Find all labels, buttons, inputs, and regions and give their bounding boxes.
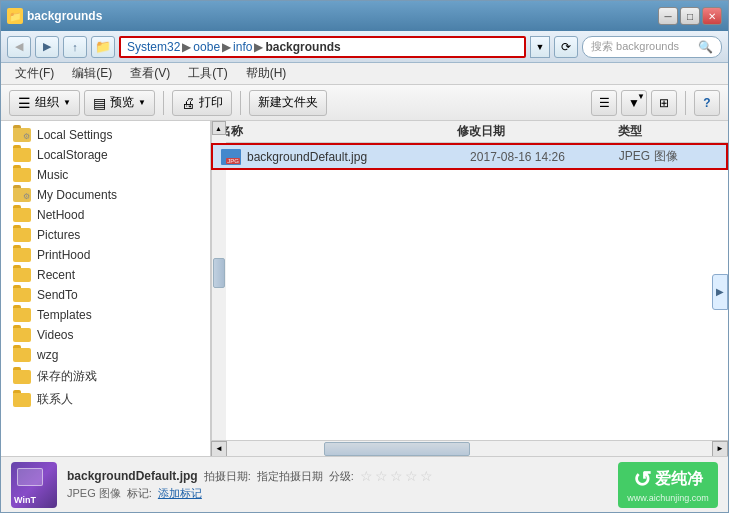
- sidebar-wrapper: Local Settings LocalStorage Music: [1, 121, 211, 456]
- folder-icon-recent: [13, 268, 31, 282]
- star-1[interactable]: ☆: [360, 468, 373, 484]
- refresh-button[interactable]: ⟳: [554, 36, 578, 58]
- organize-icon: ☰: [18, 95, 31, 111]
- col-header-date[interactable]: 修改日期: [457, 123, 610, 140]
- view-split-button[interactable]: ⊞: [651, 90, 677, 116]
- folder-icon-wzg: [13, 348, 31, 362]
- sidebar-item-localstorage[interactable]: LocalStorage: [1, 145, 210, 165]
- sidebar-scroll-up[interactable]: ▲: [212, 121, 226, 135]
- help-button[interactable]: ?: [694, 90, 720, 116]
- menu-edit[interactable]: 编辑(E): [64, 63, 120, 84]
- capture-date-label: 拍摄日期:: [204, 469, 251, 484]
- tags-value[interactable]: 添加标记: [158, 486, 202, 501]
- maximize-button[interactable]: □: [680, 7, 700, 25]
- view-grid-button[interactable]: ▼ ▼: [621, 90, 647, 116]
- address-path[interactable]: System32 ▶ oobe ▶ info ▶ backgrounds: [119, 36, 526, 58]
- hscroll-left[interactable]: ◄: [211, 441, 227, 457]
- hscroll-right[interactable]: ►: [712, 441, 728, 457]
- col-header-type[interactable]: 类型: [618, 123, 720, 140]
- view-toggle-button[interactable]: ☰: [591, 90, 617, 116]
- star-4[interactable]: ☆: [405, 468, 418, 484]
- file-list: backgroundDefault.jpg 2017-08-16 14:26 J…: [211, 143, 728, 440]
- window-title: backgrounds: [27, 9, 102, 23]
- sidebar-item-wzg[interactable]: wzg: [1, 345, 210, 365]
- thumb-window-shape: [17, 468, 43, 486]
- forward-button[interactable]: ▶: [35, 36, 59, 58]
- menubar: 文件(F) 编辑(E) 查看(V) 工具(T) 帮助(H): [1, 63, 728, 85]
- sidebar-label-sendto: SendTo: [37, 288, 78, 302]
- minimize-button[interactable]: ─: [658, 7, 678, 25]
- toolbar: ☰ 组织 ▼ ▤ 预览 ▼ 🖨 打印 新建文件夹 ☰ ▼ ▼ ⊞ ?: [1, 85, 728, 121]
- window-icon: 📁: [7, 8, 23, 24]
- path-sep-1: ▶: [182, 40, 191, 54]
- folder-icon-localstorage: [13, 148, 31, 162]
- back-button[interactable]: ◀: [7, 36, 31, 58]
- close-button[interactable]: ✕: [702, 7, 722, 25]
- menu-view[interactable]: 查看(V): [122, 63, 178, 84]
- window-controls: ─ □ ✕: [658, 7, 722, 25]
- folder-icon-pictures: [13, 228, 31, 242]
- up-button[interactable]: ↑: [63, 36, 87, 58]
- new-folder-button[interactable]: 新建文件夹: [249, 90, 327, 116]
- watermark-badge: ↺ 爱纯净 www.aichunjing.com: [618, 462, 718, 508]
- status-filename: backgroundDefault.jpg: [67, 469, 198, 483]
- sidebar-item-sendto[interactable]: SendTo: [1, 285, 210, 305]
- sidebar-item-templates[interactable]: Templates: [1, 305, 210, 325]
- star-5[interactable]: ☆: [420, 468, 433, 484]
- menu-help[interactable]: 帮助(H): [238, 63, 295, 84]
- print-label: 打印: [199, 94, 223, 111]
- star-2[interactable]: ☆: [375, 468, 388, 484]
- main-window: 📁 backgrounds ─ □ ✕ ◀ ▶ ↑ 📁 System32 ▶ o…: [0, 0, 729, 513]
- hscrollbar: [227, 441, 712, 457]
- menu-tools[interactable]: 工具(T): [180, 63, 235, 84]
- folder-icon-sendto: [13, 288, 31, 302]
- print-button[interactable]: 🖨 打印: [172, 90, 232, 116]
- file-icon-jpg: [221, 149, 241, 165]
- titlebar-left: 📁 backgrounds: [7, 8, 102, 24]
- right-scroll-button[interactable]: ▶: [712, 274, 728, 310]
- titlebar: 📁 backgrounds ─ □ ✕: [1, 1, 728, 31]
- sidebar-item-savedgames[interactable]: 保存的游戏: [1, 365, 210, 388]
- search-box[interactable]: 搜索 backgrounds 🔍: [582, 36, 722, 58]
- sidebar-item-printhood[interactable]: PrintHood: [1, 245, 210, 265]
- sidebar-item-videos[interactable]: Videos: [1, 325, 210, 345]
- organize-button[interactable]: ☰ 组织 ▼: [9, 90, 80, 116]
- sidebar-item-nethood[interactable]: NetHood: [1, 205, 210, 225]
- sidebar-label-printhood: PrintHood: [37, 248, 90, 262]
- toolbar-sep-2: [240, 91, 241, 115]
- sidebar-item-localsettings[interactable]: Local Settings: [1, 125, 210, 145]
- capture-date-value: 指定拍摄日期: [257, 469, 323, 484]
- file-item-background[interactable]: backgroundDefault.jpg 2017-08-16 14:26 J…: [211, 143, 728, 170]
- folder-icon-savedgames: [13, 370, 31, 384]
- watermark-icon: ↺: [633, 467, 651, 493]
- sidebar-item-recent[interactable]: Recent: [1, 265, 210, 285]
- folder-icon-btn: 📁: [91, 36, 115, 58]
- path-dropdown-button[interactable]: ▼: [530, 36, 550, 58]
- star-3[interactable]: ☆: [390, 468, 403, 484]
- folder-icon-printhood: [13, 248, 31, 262]
- sidebar-item-pictures[interactable]: Pictures: [1, 225, 210, 245]
- folder-icon-music: [13, 168, 31, 182]
- sidebar-item-contacts[interactable]: 联系人: [1, 388, 210, 411]
- sidebar-item-mydocuments[interactable]: My Documents: [1, 185, 210, 205]
- sidebar-item-music[interactable]: Music: [1, 165, 210, 185]
- file-type-background: JPEG 图像: [619, 148, 718, 165]
- preview-label: 预览: [110, 94, 134, 111]
- menu-file[interactable]: 文件(F): [7, 63, 62, 84]
- sidebar-label-contacts: 联系人: [37, 391, 73, 408]
- rating-stars[interactable]: ☆ ☆ ☆ ☆ ☆: [360, 468, 433, 484]
- folder-icon-nethood: [13, 208, 31, 222]
- preview-button[interactable]: ▤ 预览 ▼: [84, 90, 155, 116]
- sidebar-label-localstorage: LocalStorage: [37, 148, 108, 162]
- organize-dropdown: ▼: [63, 98, 71, 107]
- status-rating-label: 分级:: [329, 469, 354, 484]
- watermark-url: www.aichunjing.com: [627, 493, 709, 503]
- col-header-name[interactable]: 名称: [219, 123, 449, 140]
- sidebar-label-videos: Videos: [37, 328, 73, 342]
- sidebar-label-music: Music: [37, 168, 68, 182]
- hscrollbar-thumb[interactable]: [324, 442, 470, 456]
- preview-dropdown: ▼: [138, 98, 146, 107]
- sidebar-label-savedgames: 保存的游戏: [37, 368, 97, 385]
- preview-icon: ▤: [93, 95, 106, 111]
- status-filetype: JPEG 图像: [67, 486, 121, 501]
